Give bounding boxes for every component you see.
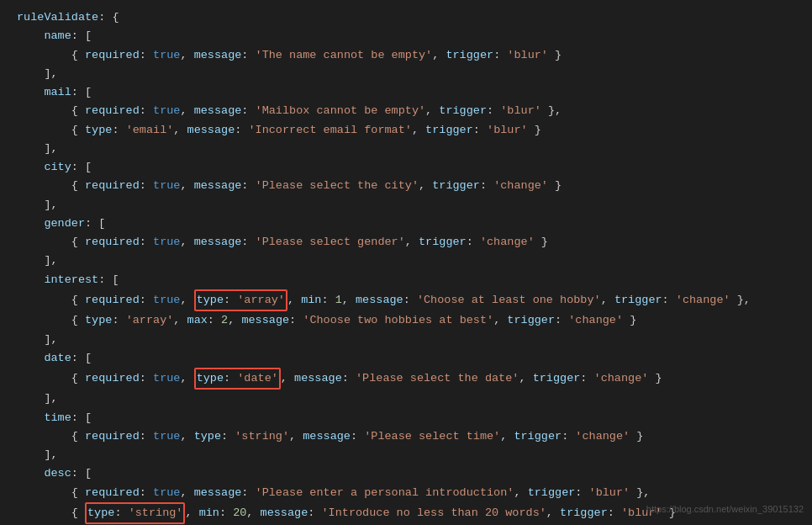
line-23: { required: true , type: 'string' , mess…	[17, 427, 795, 446]
line-13: { required: true , message: 'Please sele…	[17, 233, 795, 252]
line-12: gender: [	[17, 215, 795, 233]
line-25: desc: [	[17, 464, 795, 483]
code-text: ruleValidate	[17, 8, 98, 27]
line-11: ],	[17, 196, 795, 215]
line-3: { required: true , message: 'The name ca…	[17, 46, 795, 65]
line-6: { required: true , message: 'Mailbox can…	[17, 102, 795, 120]
code-block: ruleValidate: { name: [ { required: true…	[0, 0, 812, 525]
line-15: interest: [	[17, 271, 795, 289]
line-18: ],	[17, 331, 795, 349]
line-9: city: [	[17, 158, 795, 177]
line-26: { required: true , message: 'Please ente…	[17, 484, 795, 502]
line-8: ],	[17, 140, 795, 158]
line-21: ],	[17, 390, 795, 408]
watermark-text: https://blog.csdn.net/weixin_39015132	[646, 501, 804, 517]
line-24: ],	[17, 446, 795, 464]
line-7: { type: 'email' , message: 'Incorrect em…	[17, 121, 795, 140]
line-22: time: [	[17, 409, 795, 427]
line-5: mail: [	[17, 83, 795, 102]
line-2: name: [	[17, 27, 795, 45]
highlight-type-date: type: 'date'	[194, 368, 281, 390]
line-20: { required: true , type: 'date' , messag…	[17, 368, 795, 390]
highlight-type-string: type: 'string'	[85, 502, 185, 524]
line-4: ],	[17, 65, 795, 83]
line-16: { required: true , type: 'array' , min: …	[17, 289, 795, 311]
line-1: ruleValidate: {	[17, 8, 795, 27]
line-14: ],	[17, 252, 795, 270]
line-17: { type: 'array' , max: 2 , message: 'Cho…	[17, 311, 795, 330]
line-19: date: [	[17, 349, 795, 368]
line-10: { required: true , message: 'Please sele…	[17, 177, 795, 195]
highlight-type-array-1: type: 'array'	[194, 289, 287, 311]
